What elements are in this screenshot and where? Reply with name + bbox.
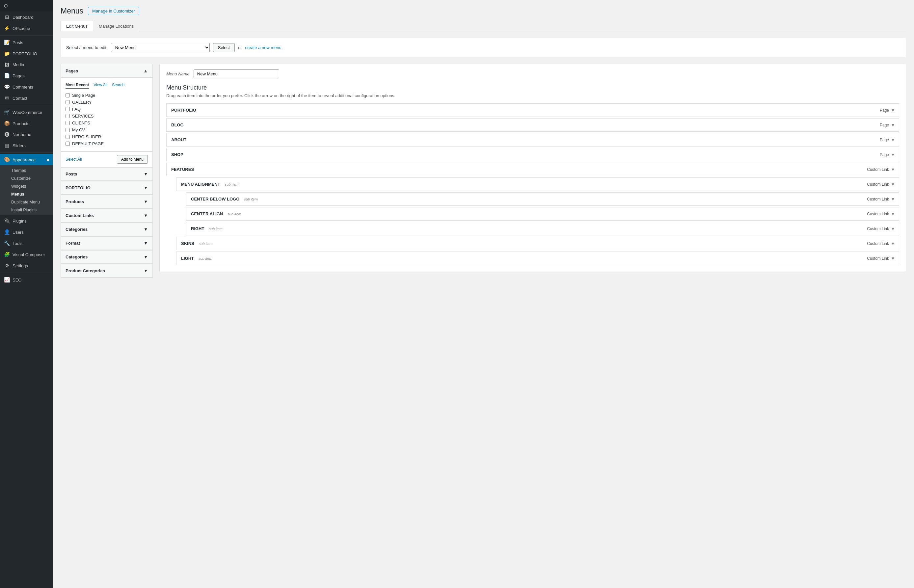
menu-item-about[interactable]: ABOUT Page ▾	[166, 133, 899, 147]
manage-customizer-button[interactable]: Manage in Customizer	[88, 7, 139, 15]
pages-icon: 📄	[4, 73, 10, 79]
accordion-custom-links-header[interactable]: Custom Links ▼	[61, 209, 152, 222]
page-checkbox[interactable]	[66, 93, 70, 97]
menu-item-right: Custom Link ▾	[867, 181, 894, 187]
accordion-custom-links-chevron-icon: ▼	[144, 213, 148, 218]
page-checkbox[interactable]	[66, 121, 70, 125]
menu-name-input[interactable]	[194, 69, 279, 78]
sidebar-item-woocommerce[interactable]: 🛒 WooCommerce	[0, 107, 53, 118]
menu-item-type: Page	[880, 123, 889, 128]
menu-name-label: Menu Name	[166, 71, 190, 76]
menu-item-portfolio[interactable]: PORTFOLIO Page ▾	[166, 103, 899, 117]
pages-panel-header[interactable]: Pages ▲	[61, 64, 152, 78]
list-item: My CV	[66, 126, 148, 133]
menu-item-expand-icon[interactable]: ▾	[891, 226, 894, 232]
menu-item-menu-alignment[interactable]: MENU ALIGNMENT sub item Custom Link ▾	[176, 178, 899, 191]
page-label: HERO SLIDER	[72, 134, 101, 139]
tab-edit-menus[interactable]: Edit Menus	[61, 21, 93, 31]
menu-item-expand-icon[interactable]: ▾	[891, 240, 894, 247]
menu-item-center-below-logo[interactable]: CENTER BELOW LOGO sub item Custom Link ▾	[186, 192, 899, 206]
select-all-link[interactable]: Select All	[66, 157, 82, 162]
menu-item-expand-icon[interactable]: ▾	[891, 137, 894, 143]
sidebar-sub-widgets[interactable]: Widgets	[8, 183, 53, 190]
page-checkbox[interactable]	[66, 114, 70, 118]
menu-item-center-align[interactable]: CENTER ALIGN sub item Custom Link ▾	[186, 207, 899, 221]
menu-item-expand-icon[interactable]: ▾	[891, 255, 894, 262]
menu-item-expand-icon[interactable]: ▾	[891, 211, 894, 217]
sidebar-item-sliders[interactable]: ▤ Sliders	[0, 140, 53, 151]
accordion-product-categories-header[interactable]: Product Categories ▼	[61, 264, 152, 278]
sidebar-item-appearance[interactable]: 🎨 Appearance ◀	[0, 154, 53, 165]
sidebar-item-products[interactable]: 📦 Products	[0, 118, 53, 129]
pages-tab-search[interactable]: Search	[112, 82, 124, 89]
menus-layout: Pages ▲ Most Recent View All Search Sing…	[61, 64, 906, 278]
sidebar-sub-install-plugins[interactable]: Install Plugins	[8, 206, 53, 214]
sidebar-item-northeme[interactable]: 🅝 Northeme	[0, 129, 53, 140]
page-checkbox[interactable]	[66, 100, 70, 104]
accordion-posts-chevron-icon: ▼	[144, 171, 148, 176]
page-checkbox[interactable]	[66, 135, 70, 139]
accordion-categories2-header[interactable]: Categories ▼	[61, 250, 152, 264]
page-checkbox[interactable]	[66, 142, 70, 146]
menu-item-expand-icon[interactable]: ▾	[891, 166, 894, 173]
sidebar-item-media[interactable]: 🖼 Media	[0, 59, 53, 70]
select-button[interactable]: Select	[213, 43, 235, 52]
sidebar-item-settings[interactable]: ⚙ Settings	[0, 260, 53, 271]
pages-tab-most-recent[interactable]: Most Recent	[66, 82, 89, 89]
menu-item-blog[interactable]: BLOG Page ▾	[166, 118, 899, 132]
menu-item-skins[interactable]: SKINS sub item Custom Link ▾	[176, 237, 899, 250]
menu-item-expand-icon[interactable]: ▾	[891, 152, 894, 158]
pages-tab-view-all[interactable]: View All	[94, 82, 107, 89]
menu-item-right: Page ▾	[880, 122, 894, 128]
menu-select-dropdown[interactable]: New Menu	[111, 43, 210, 52]
menu-item-expand-icon[interactable]: ▾	[891, 107, 894, 113]
menu-item-features[interactable]: FEATURES Custom Link ▾	[166, 163, 899, 176]
accordion-posts-header[interactable]: Posts ▼	[61, 168, 152, 181]
accordion-format-header[interactable]: Format ▼	[61, 237, 152, 250]
accordion-portfolio-header[interactable]: PORTFOLIO ▼	[61, 181, 152, 195]
sidebar-item-visual-composer[interactable]: 🧩 Visual Composer	[0, 249, 53, 260]
accordion-posts: Posts ▼	[61, 167, 153, 181]
create-new-menu-link[interactable]: create a new menu.	[245, 45, 283, 50]
menu-item-light[interactable]: LIGHT sub item Custom Link ▾	[176, 252, 899, 265]
page-label: DEFAULT PAGE	[72, 141, 104, 146]
sidebar-sub-customize[interactable]: Customize	[8, 174, 53, 183]
sidebar-item-tools[interactable]: 🔧 Tools	[0, 238, 53, 249]
tab-manage-locations[interactable]: Manage Locations	[93, 21, 139, 31]
accordion-custom-links-label: Custom Links	[66, 213, 94, 218]
sidebar-item-contact[interactable]: ✉ Contact	[0, 92, 53, 104]
sidebar-item-portfolio[interactable]: 📁 PORTFOLIO	[0, 48, 53, 59]
sidebar-item-dashboard[interactable]: ⊞ Dashboard	[0, 11, 53, 23]
accordion-products-label: Products	[66, 199, 84, 204]
accordion-portfolio: PORTFOLIO ▼	[61, 181, 153, 195]
menu-item-shop[interactable]: SHOP Page ▾	[166, 148, 899, 162]
menu-item-expand-icon[interactable]: ▾	[891, 181, 894, 187]
sidebar-item-seo[interactable]: 📈 SEO	[0, 274, 53, 286]
sidebar-item-label: Appearance	[13, 157, 36, 162]
accordion-categories2-chevron-icon: ▼	[144, 255, 148, 259]
sidebar-item-comments[interactable]: 💬 Comments	[0, 81, 53, 92]
sidebar-sub-duplicate-menu[interactable]: Duplicate Menu	[8, 198, 53, 206]
accordion-categories-chevron-icon: ▼	[144, 227, 148, 232]
right-panel: Menu Name Menu Structure Drag each item …	[159, 64, 906, 272]
menu-item-expand-icon[interactable]: ▾	[891, 196, 894, 202]
sidebar-item-users[interactable]: 👤 Users	[0, 226, 53, 238]
accordion-categories2-label: Categories	[66, 255, 87, 259]
sidebar-item-plugins[interactable]: 🔌 Plugins	[0, 215, 53, 226]
page-checkbox[interactable]	[66, 107, 70, 111]
sidebar-sub-menus[interactable]: Menus	[8, 190, 53, 198]
page-checkbox[interactable]	[66, 128, 70, 132]
accordion-categories-header[interactable]: Categories ▼	[61, 223, 152, 236]
sidebar-item-pages[interactable]: 📄 Pages	[0, 70, 53, 81]
accordion-portfolio-label: PORTFOLIO	[66, 185, 90, 190]
sidebar-sub-themes[interactable]: Themes	[8, 166, 53, 174]
sidebar-item-posts[interactable]: 📝 Posts	[0, 37, 53, 48]
menu-item-right[interactable]: RIGHT sub item Custom Link ▾	[186, 222, 899, 236]
accordion-products-header[interactable]: Products ▼	[61, 195, 152, 208]
accordion-custom-links: Custom Links ▼	[61, 209, 153, 223]
sidebar-item-opcache[interactable]: ⚡ OPcache	[0, 23, 53, 34]
wp-logo[interactable]: ⬡	[0, 0, 53, 11]
menu-item-expand-icon[interactable]: ▾	[891, 122, 894, 128]
sidebar: ⬡ ⊞ Dashboard ⚡ OPcache 📝 Posts 📁 PORTFO…	[0, 0, 53, 588]
add-to-menu-button[interactable]: Add to Menu	[117, 155, 148, 164]
